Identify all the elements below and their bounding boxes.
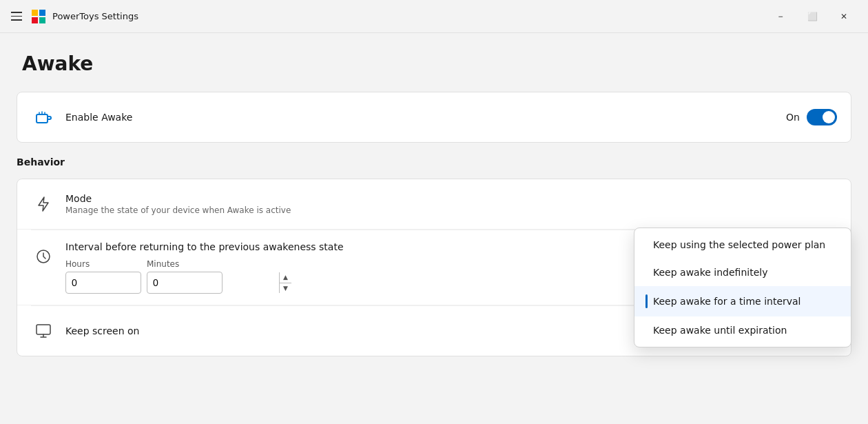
hours-label: Hours: [65, 259, 141, 269]
dropdown-item-power-plan-label: Keep using the selected power plan: [653, 239, 825, 250]
page: Awake Enable Awake: [0, 33, 868, 424]
svg-rect-1: [39, 10, 45, 16]
minutes-decrement[interactable]: ▼: [280, 283, 291, 294]
svg-rect-4: [37, 114, 48, 123]
minutes-increment[interactable]: ▲: [280, 272, 291, 283]
mode-dropdown: Keep using the selected power plan Keep …: [634, 228, 851, 347]
minimize-button[interactable]: −: [765, 6, 796, 28]
enable-awake-text: Enable Awake: [65, 112, 786, 123]
selection-bar: [645, 294, 648, 308]
enable-awake-label: Enable Awake: [65, 112, 786, 123]
page-title: Awake: [22, 52, 846, 75]
enable-awake-row: Enable Awake On: [17, 92, 851, 142]
maximize-button[interactable]: ⬜: [796, 6, 828, 28]
interval-icon: [31, 244, 56, 269]
content: Awake Enable Awake: [0, 33, 868, 424]
toggle-status: On: [786, 112, 800, 123]
minutes-spinner-btns: ▲ ▼: [279, 272, 291, 293]
dropdown-item-until-expiration[interactable]: Keep awake until expiration: [634, 316, 851, 344]
dropdown-item-time-interval-label: Keep awake for a time interval: [653, 296, 801, 307]
svg-rect-2: [32, 17, 38, 23]
svg-rect-0: [32, 10, 38, 16]
minutes-input-box: ▲ ▼: [147, 272, 223, 294]
screen-icon: [31, 319, 56, 343]
hamburger-icon[interactable]: [8, 9, 25, 23]
svg-rect-3: [39, 17, 45, 23]
awake-icon: [31, 105, 56, 130]
enable-awake-control: On: [786, 109, 837, 125]
dropdown-item-power-plan[interactable]: Keep using the selected power plan: [634, 231, 851, 259]
minutes-label: Minutes: [147, 259, 223, 269]
dropdown-item-indefinitely[interactable]: Keep awake indefinitely: [634, 259, 851, 286]
enable-awake-card: Enable Awake On: [17, 92, 851, 143]
app-icon: [32, 10, 45, 23]
titlebar-controls: − ⬜ ✕: [765, 6, 860, 28]
minutes-spinner: Minutes ▲ ▼: [147, 259, 223, 294]
minutes-input[interactable]: [147, 277, 279, 288]
hours-spinner: Hours ▲ ▼: [65, 259, 141, 294]
svg-marker-5: [39, 197, 48, 211]
dropdown-item-time-interval[interactable]: Keep awake for a time interval: [634, 286, 851, 316]
dropdown-item-indefinitely-label: Keep awake indefinitely: [653, 267, 767, 278]
mode-row: Mode Manage the state of your device whe…: [17, 179, 851, 230]
mode-text: Mode Manage the state of your device whe…: [65, 193, 837, 215]
mode-icon: [31, 192, 56, 216]
close-button[interactable]: ✕: [828, 6, 860, 28]
app-title: PowerToys Settings: [52, 11, 138, 21]
titlebar: PowerToys Settings − ⬜ ✕: [0, 0, 868, 33]
dropdown-item-until-expiration-label: Keep awake until expiration: [653, 325, 787, 336]
svg-rect-7: [37, 325, 50, 334]
enable-awake-toggle[interactable]: [807, 109, 837, 125]
mode-label: Mode: [65, 193, 837, 204]
mode-desc: Manage the state of your device when Awa…: [65, 205, 837, 215]
page-header: Awake: [0, 33, 868, 86]
hours-input-box: ▲ ▼: [65, 272, 141, 294]
titlebar-left: PowerToys Settings: [8, 9, 765, 23]
behavior-section-title: Behavior: [0, 148, 868, 173]
